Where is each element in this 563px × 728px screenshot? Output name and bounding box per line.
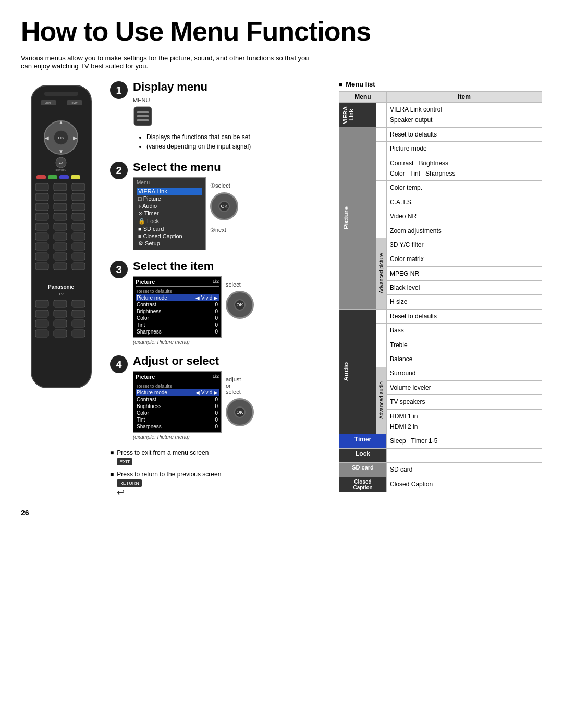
step-3-title: Select the item bbox=[133, 260, 328, 273]
svg-rect-18 bbox=[59, 175, 69, 179]
menu-screen-mock: Menu VIERA Link □ Picture ♪ Audio ⊙ Time… bbox=[133, 177, 206, 250]
svg-rect-21 bbox=[54, 183, 67, 191]
svg-rect-19 bbox=[71, 175, 80, 179]
table-row: VIERALink VIERA Link controlSpeaker outp… bbox=[339, 103, 542, 128]
step-2: 2 Select the menu Menu VIERA Link □ Pict… bbox=[110, 161, 328, 250]
svg-rect-44 bbox=[35, 263, 48, 270]
table-row: Audio Reset to defaults bbox=[339, 309, 542, 323]
svg-text:OK: OK bbox=[58, 135, 64, 140]
table-row: Picture Reset to defaults bbox=[339, 127, 542, 141]
svg-rect-22 bbox=[72, 183, 85, 191]
section-sdcard: SD card bbox=[339, 463, 387, 477]
svg-rect-29 bbox=[35, 213, 48, 220]
remote-control-image: MENU EXIT OK ▲ ▼ ◀ ▶ ↩ RETURN bbox=[21, 80, 102, 498]
svg-text:EXIT: EXIT bbox=[71, 102, 77, 105]
picture-screen-mock-step3: Picture 1/2 Reset to defaults Picture mo… bbox=[133, 276, 222, 338]
table-row: SD card SD card bbox=[339, 463, 542, 477]
svg-rect-1 bbox=[44, 92, 78, 96]
svg-text:▶: ▶ bbox=[73, 135, 77, 141]
svg-text:TV: TV bbox=[58, 292, 64, 297]
step4-example: (example: Picture menu) bbox=[133, 434, 328, 440]
svg-rect-43 bbox=[72, 253, 85, 260]
svg-rect-31 bbox=[72, 213, 85, 220]
svg-rect-53 bbox=[54, 310, 67, 317]
svg-rect-28 bbox=[72, 203, 85, 211]
svg-rect-24 bbox=[54, 193, 67, 201]
svg-rect-56 bbox=[54, 320, 67, 327]
svg-rect-17 bbox=[48, 175, 57, 179]
svg-rect-50 bbox=[54, 300, 67, 307]
section-picture: Picture bbox=[339, 127, 376, 309]
svg-rect-59 bbox=[54, 330, 67, 337]
svg-rect-35 bbox=[35, 233, 48, 240]
step-3: 3 Select the item Picture 1/2 Reset to d… bbox=[110, 260, 328, 345]
nav-circle-step3: OK bbox=[226, 291, 254, 319]
svg-rect-33 bbox=[54, 223, 67, 230]
svg-rect-34 bbox=[72, 223, 85, 230]
svg-rect-30 bbox=[54, 213, 67, 220]
svg-text:MENU: MENU bbox=[45, 102, 53, 105]
svg-rect-57 bbox=[72, 320, 85, 327]
exit-button-label: EXIT bbox=[117, 458, 132, 465]
svg-text:▲: ▲ bbox=[58, 119, 64, 125]
svg-rect-36 bbox=[54, 233, 67, 240]
svg-text:↩: ↩ bbox=[59, 161, 63, 166]
step-number-2: 2 bbox=[110, 162, 128, 179]
nav-circle-step2: OK bbox=[210, 192, 238, 220]
bottom-notes: ■ Press to exit from a menu screen EXIT … bbox=[110, 449, 328, 498]
svg-text:RETURN: RETURN bbox=[56, 169, 67, 172]
section-lock: Lock bbox=[339, 448, 387, 462]
svg-rect-37 bbox=[72, 233, 85, 240]
step-4: 4 Adjust or select Picture 1/2 Reset to … bbox=[110, 354, 328, 440]
step3-example: (example: Picture menu) bbox=[133, 339, 328, 345]
svg-rect-52 bbox=[35, 310, 48, 317]
svg-rect-40 bbox=[72, 243, 85, 250]
return-button-label: RETURN bbox=[117, 479, 142, 487]
subsection-advanced-picture: Advanced picture bbox=[376, 238, 387, 309]
svg-rect-51 bbox=[72, 300, 85, 307]
svg-rect-64 bbox=[137, 119, 149, 121]
return-icon: ↩ bbox=[117, 487, 125, 498]
step-number-4: 4 bbox=[110, 355, 128, 373]
svg-rect-16 bbox=[36, 175, 46, 179]
svg-rect-32 bbox=[35, 223, 48, 230]
table-row: ClosedCaption Closed Caption bbox=[339, 477, 542, 492]
step-1: 1 Display menu MENU bbox=[110, 80, 328, 151]
svg-text:Panasonic: Panasonic bbox=[48, 284, 74, 290]
svg-rect-63 bbox=[137, 115, 149, 117]
svg-rect-49 bbox=[35, 300, 48, 307]
exit-note-text: Press to exit from a menu screen bbox=[117, 449, 209, 456]
svg-rect-26 bbox=[35, 203, 48, 211]
step-1-bullets: Displays the functions that can be set (… bbox=[138, 132, 328, 151]
col-item: Item bbox=[387, 92, 542, 103]
col-menu: Menu bbox=[339, 92, 387, 103]
menu-list-title: Menu list bbox=[339, 80, 542, 88]
step-number-1: 1 bbox=[110, 81, 128, 99]
svg-rect-60 bbox=[72, 330, 85, 337]
page-title: How to Use Menu Functions bbox=[21, 16, 542, 47]
step-4-title: Adjust or select bbox=[133, 354, 328, 368]
svg-rect-23 bbox=[35, 193, 48, 201]
svg-rect-38 bbox=[35, 243, 48, 250]
svg-rect-55 bbox=[35, 320, 48, 327]
svg-rect-20 bbox=[35, 183, 48, 191]
svg-rect-46 bbox=[72, 263, 85, 270]
menu-table: Menu Item VIERALink VIERA Link controlSp… bbox=[339, 91, 542, 492]
svg-rect-41 bbox=[35, 253, 48, 260]
intro-paragraph: Various menus allow you to make settings… bbox=[21, 54, 313, 70]
section-audio: Audio bbox=[339, 309, 376, 434]
svg-rect-39 bbox=[54, 243, 67, 250]
viera-items: VIERA Link controlSpeaker output bbox=[387, 103, 542, 128]
step-2-title: Select the menu bbox=[133, 161, 328, 174]
subsection-advanced-audio: Advanced audio bbox=[376, 366, 387, 434]
section-viera: VIERALink bbox=[339, 103, 376, 128]
svg-rect-27 bbox=[54, 203, 67, 211]
step-1-title: Display menu bbox=[133, 80, 328, 94]
nav-circle-step4: OK bbox=[226, 398, 254, 426]
return-note-text: Press to return to the previous screen bbox=[117, 471, 221, 478]
svg-rect-54 bbox=[72, 310, 85, 317]
section-timer: Timer bbox=[339, 434, 387, 448]
step-1-sub: MENU bbox=[133, 97, 328, 103]
svg-rect-25 bbox=[72, 193, 85, 201]
svg-rect-58 bbox=[35, 330, 48, 337]
